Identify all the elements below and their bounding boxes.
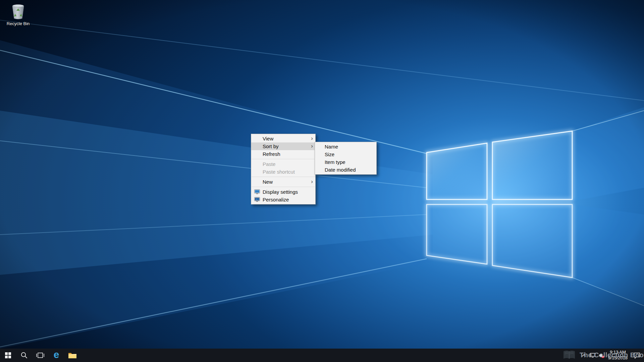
search-icon xyxy=(20,352,28,359)
menu-item-label: Paste xyxy=(263,161,315,167)
personalize-icon xyxy=(251,197,263,202)
taskbar-clock[interactable]: 9:13 AM 9/15/2018 xyxy=(606,350,630,361)
recycle-bin-icon xyxy=(10,3,26,20)
file-explorer-button[interactable] xyxy=(64,349,80,362)
menu-item-label: Item type xyxy=(325,159,376,165)
menu-item-label: Display settings xyxy=(263,189,315,195)
taskbar: e xyxy=(0,349,644,362)
menu-item-label: Date modified xyxy=(325,167,376,173)
show-hidden-icons-button[interactable] xyxy=(580,349,588,362)
menu-item-display-settings[interactable]: Display settings xyxy=(251,188,315,196)
menu-item-label: Sort by xyxy=(263,143,309,149)
edge-button[interactable]: e xyxy=(48,349,64,362)
chevron-right-icon: › xyxy=(309,179,315,185)
chevron-up-icon xyxy=(582,354,586,357)
submenu-item-item-type[interactable]: Item type xyxy=(315,158,376,166)
menu-item-label: Refresh xyxy=(263,151,315,157)
clock-time: 9:13 AM xyxy=(607,350,629,355)
task-view-button[interactable] xyxy=(32,349,48,362)
chevron-right-icon: › xyxy=(309,143,315,149)
network-icon xyxy=(590,353,596,358)
menu-separator xyxy=(252,177,315,177)
action-center-icon xyxy=(634,352,640,359)
edge-icon: e xyxy=(54,350,59,361)
menu-item-view[interactable]: View › xyxy=(251,135,315,142)
menu-item-sort-by[interactable]: Sort by › xyxy=(251,142,315,150)
menu-item-paste-shortcut: Paste shortcut xyxy=(251,168,315,176)
menu-item-label: Size xyxy=(325,152,376,157)
recycle-bin[interactable]: Recycle Bin xyxy=(3,3,34,26)
menu-item-label: Personalize xyxy=(263,197,315,202)
menu-item-new[interactable]: New › xyxy=(251,178,315,186)
submenu-item-name[interactable]: Name xyxy=(315,143,376,150)
volume-tray-button[interactable] xyxy=(597,349,606,362)
menu-item-label: View xyxy=(263,136,309,141)
submenu-item-date-modified[interactable]: Date modified xyxy=(315,166,376,174)
network-tray-button[interactable] xyxy=(588,349,597,362)
display-settings-icon xyxy=(251,189,263,194)
volume-muted-icon xyxy=(598,353,604,358)
menu-item-label: Paste shortcut xyxy=(263,169,315,175)
submenu-item-size[interactable]: Size xyxy=(315,150,376,158)
file-explorer-icon xyxy=(68,352,77,359)
menu-item-paste: Paste xyxy=(251,160,315,168)
system-tray: 9:13 AM 9/15/2018 xyxy=(580,349,644,362)
search-button[interactable] xyxy=(16,349,32,362)
chevron-right-icon: › xyxy=(309,135,315,142)
menu-item-personalize[interactable]: Personalize xyxy=(251,196,315,203)
action-center-button[interactable] xyxy=(630,349,644,362)
taskbar-empty-area[interactable] xyxy=(80,349,580,362)
start-button[interactable] xyxy=(0,349,16,362)
sort-by-submenu: Name Size Item type Date modified xyxy=(315,142,377,175)
clock-date: 9/15/2018 xyxy=(607,355,629,361)
menu-item-refresh[interactable]: Refresh xyxy=(251,150,315,158)
menu-item-label: New xyxy=(263,179,309,185)
desktop[interactable]: Recycle Bin View › Sort by › Refresh Pas… xyxy=(0,0,644,362)
desktop-context-menu: View › Sort by › Refresh Paste Paste sho… xyxy=(251,134,316,204)
menu-item-label: Name xyxy=(325,144,376,149)
menu-separator xyxy=(252,159,315,159)
menu-separator xyxy=(252,187,315,187)
recycle-bin-label: Recycle Bin xyxy=(3,21,34,26)
task-view-icon xyxy=(36,352,44,359)
windows-logo-icon xyxy=(5,352,11,358)
windows-hero-wallpaper xyxy=(0,0,644,362)
